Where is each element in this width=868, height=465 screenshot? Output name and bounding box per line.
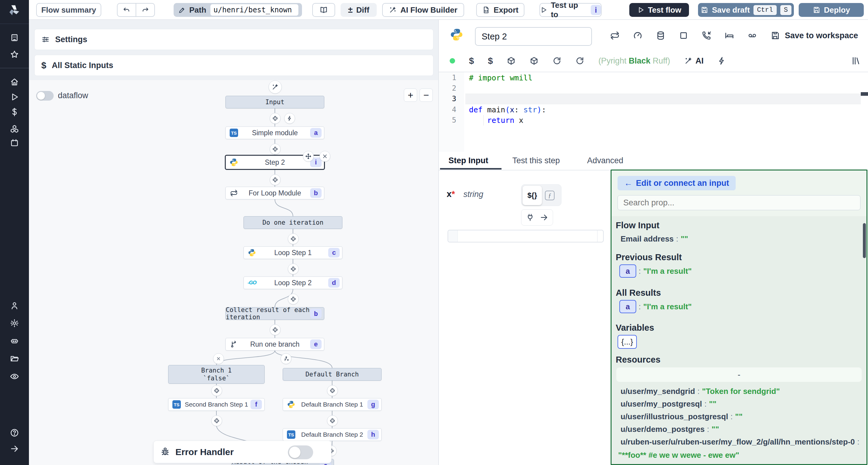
insert-step-button[interactable] (211, 385, 222, 396)
variables-expand-button[interactable]: {...} (618, 335, 637, 349)
workspace-icon[interactable] (10, 33, 19, 42)
sidebar-item-folders[interactable] (10, 354, 19, 363)
library-icon[interactable] (851, 56, 861, 66)
flow-node-input[interactable]: Input (225, 96, 324, 108)
sidebar-item-schedules[interactable] (10, 138, 19, 147)
package-icon[interactable] (530, 56, 538, 65)
mock-icon[interactable] (679, 31, 688, 40)
resource-row[interactable]: u/ruben-user/u/ruben-user/my_flow_2/g/al… (621, 437, 862, 446)
flow-node-for-loop[interactable]: For Loop Module b (225, 187, 324, 199)
favorites-icon[interactable] (10, 50, 19, 59)
move-step-handle[interactable] (303, 151, 314, 162)
step-name-input[interactable] (475, 27, 592, 46)
ai-step-wand-button[interactable] (269, 80, 282, 94)
save-draft-button[interactable]: Save draft Ctrl S (698, 3, 794, 17)
flow-canvas[interactable]: Settings $ All Static Inputs dataflow + … (29, 20, 439, 465)
help-icon[interactable] (10, 428, 19, 437)
sidebar-item-runs[interactable] (10, 93, 19, 101)
template-mode-button[interactable]: ${} (523, 186, 542, 205)
prop-row-previous-result[interactable]: a:"I'm a result" (619, 264, 692, 278)
flow-node-loop-step-2[interactable]: -GO Loop Step 2 d (244, 276, 342, 289)
early-stop-icon[interactable] (633, 31, 643, 40)
edit-or-connect-back-button[interactable]: ← Edit or connect an input (618, 176, 736, 190)
insert-step-button[interactable] (288, 264, 299, 274)
prop-row-all-results[interactable]: a:"I'm a result" (619, 300, 692, 313)
path-input[interactable] (210, 4, 299, 16)
resource-picker-icon[interactable]: $ (488, 56, 493, 66)
insert-step-button[interactable] (270, 324, 281, 335)
redo-button[interactable] (136, 4, 154, 16)
flow-node-collect-result[interactable]: Collect result of each iteration b (225, 307, 324, 320)
tab-step-input[interactable]: Step Input (448, 156, 488, 165)
variable-picker-icon[interactable]: $ (469, 56, 474, 66)
insert-step-button[interactable] (327, 385, 338, 396)
insert-step-button[interactable] (211, 415, 222, 426)
resource-row[interactable]: u/user/my_postgresql:"" (621, 399, 716, 409)
retries-icon[interactable] (610, 31, 620, 40)
lightning-icon[interactable] (718, 57, 726, 65)
deploy-button[interactable]: Deploy (799, 3, 864, 17)
remove-branch-button[interactable] (213, 353, 224, 364)
search-prop-input[interactable] (618, 195, 861, 210)
insert-step-button[interactable] (270, 174, 281, 185)
flow-node-second-branch-step-1[interactable]: TS Second Branch Step 1 f (168, 398, 265, 411)
panel-scrollbar-thumb[interactable] (863, 223, 866, 258)
insert-step-button[interactable] (270, 113, 281, 124)
insert-step-button[interactable] (288, 294, 299, 304)
docs-button[interactable] (312, 3, 335, 17)
sidebar-item-users[interactable] (10, 301, 19, 310)
sidebar-item-home[interactable] (10, 77, 19, 87)
flow-node-default-branch-step-1[interactable]: Default Branch Step 1 g (283, 398, 381, 411)
test-flow-button[interactable]: Test flow (629, 3, 689, 17)
flow-node-default-branch[interactable]: Default Branch (283, 368, 381, 381)
sidebar-item-audit-logs[interactable] (10, 372, 19, 381)
sidebar-item-variables[interactable] (10, 107, 19, 117)
flow-node-simple-module[interactable]: TS Simple module a (225, 127, 324, 139)
suspend-approval-icon[interactable] (702, 31, 711, 40)
add-trigger-button[interactable] (284, 113, 295, 124)
add-branch-button[interactable] (281, 353, 291, 364)
resource-row[interactable]: u/user/my_sendgrid:"Token for sendgrid" (621, 387, 780, 396)
diff-button[interactable]: ± Diff (341, 3, 377, 17)
reset-icon[interactable] (575, 56, 584, 65)
insert-step-button[interactable] (270, 144, 281, 155)
resources-filter-bar[interactable]: - (616, 367, 862, 382)
insert-step-button[interactable] (288, 233, 299, 244)
concurrency-icon[interactable] (747, 31, 757, 40)
save-to-workspace-button[interactable]: Save to workspace (770, 31, 858, 40)
step-id-badge[interactable]: a (619, 300, 636, 313)
arrow-right-icon[interactable] (540, 213, 548, 222)
sidebar-item-resources[interactable] (10, 124, 19, 133)
prop-row-flow-input[interactable]: Email address:"" (621, 234, 688, 244)
sleep-icon[interactable] (724, 31, 734, 40)
editor-overview-ruler-mark[interactable] (861, 92, 868, 96)
arg-value-input[interactable] (447, 230, 604, 242)
panel-resize-handle[interactable] (438, 20, 439, 465)
flow-node-run-one-branch[interactable]: Run one branch e (225, 338, 324, 351)
delete-step-button[interactable] (319, 151, 330, 162)
resource-row[interactable]: u/user/demo_postgres:"" (621, 425, 719, 434)
collapse-sidebar-icon[interactable] (10, 444, 19, 453)
export-button[interactable]: Export (476, 3, 524, 17)
reload-icon[interactable] (553, 56, 561, 65)
flow-node-do-one-iteration[interactable]: Do one iteration (244, 216, 342, 229)
ai-gen-button[interactable]: AI (684, 56, 704, 66)
package-icon[interactable] (507, 56, 516, 65)
flow-summary-button[interactable]: Flow summary (36, 3, 101, 17)
step-id-badge[interactable]: a (619, 264, 636, 278)
ai-flow-builder-button[interactable]: AI Flow Builder (382, 3, 464, 17)
windmill-logo[interactable] (7, 4, 22, 17)
resource-row[interactable]: u/user/illustrious_postgresql:"" (621, 412, 743, 421)
test-up-to-button[interactable]: Test up to i (539, 3, 601, 17)
flow-node-default-branch-step-2[interactable]: TS Default Branch Step 2 h (283, 428, 381, 441)
flow-node-loop-step-1[interactable]: Loop Step 1 c (244, 246, 342, 259)
sidebar-item-workers[interactable] (10, 336, 19, 345)
flow-node-branch-1[interactable]: Branch 1 `false` (168, 365, 265, 384)
plug-icon[interactable] (526, 213, 534, 222)
undo-button[interactable] (118, 4, 136, 16)
insert-step-button[interactable] (327, 415, 338, 426)
cache-icon[interactable] (656, 31, 665, 40)
tab-advanced[interactable]: Advanced (587, 156, 623, 165)
sidebar-item-settings[interactable] (10, 319, 19, 328)
tab-test-this-step[interactable]: Test this step (513, 156, 560, 165)
